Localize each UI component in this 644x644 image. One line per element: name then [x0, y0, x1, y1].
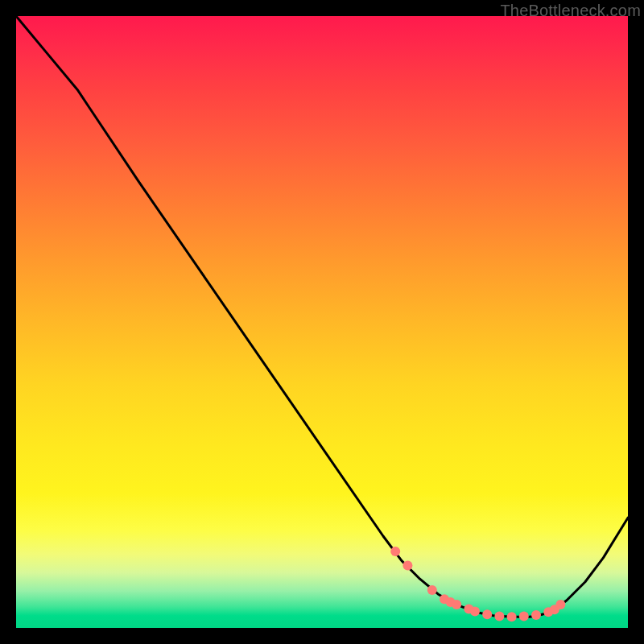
- highlight-dot: [427, 585, 437, 595]
- highlight-dot: [482, 609, 492, 619]
- watermark-text: TheBottleneck.com: [500, 2, 641, 20]
- highlight-dot: [531, 610, 541, 620]
- highlight-dot: [555, 600, 565, 609]
- chart-svg: [16, 16, 628, 628]
- highlight-dots-group: [390, 547, 565, 621]
- highlight-dot: [452, 600, 461, 609]
- highlight-dot: [519, 612, 529, 621]
- highlight-dot: [494, 612, 504, 621]
- highlight-dot: [507, 612, 517, 621]
- bottleneck-curve-line: [16, 16, 628, 617]
- highlight-dot: [390, 547, 400, 556]
- highlight-dot: [402, 561, 412, 571]
- highlight-dot: [470, 607, 480, 617]
